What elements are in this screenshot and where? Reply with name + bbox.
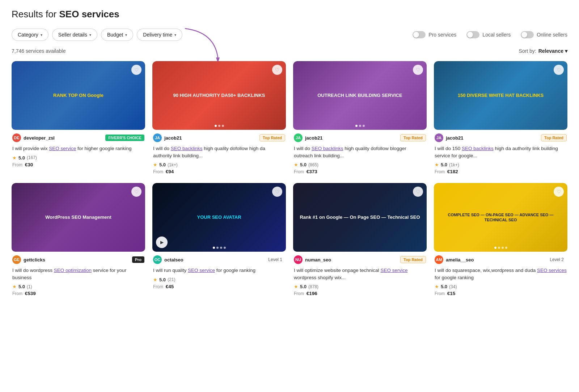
price-row: From €373 [294, 169, 426, 174]
service-link[interactable]: SEO backlinks [171, 146, 203, 151]
favorite-button[interactable]: ♡ [272, 65, 282, 75]
rating-row: ★ 5.0 (34) [435, 284, 567, 289]
rating-count: (1k+) [449, 162, 459, 167]
rating-value: 5.0 [441, 284, 447, 289]
favorite-button[interactable]: ♡ [554, 187, 564, 197]
star-icon: ★ [12, 155, 17, 161]
price-value: €45 [166, 284, 174, 289]
favorite-button[interactable]: ♡ [413, 65, 423, 75]
carousel-dot[interactable] [502, 247, 504, 249]
seller-row: OC octalseo Level 1 [153, 255, 285, 264]
local-sellers-toggle[interactable] [466, 31, 479, 38]
carousel-dot[interactable] [359, 125, 361, 127]
carousel-dot[interactable] [498, 247, 500, 249]
local-sellers-toggle-group: Local sellers [466, 31, 511, 38]
seller-name[interactable]: amelia__seo [446, 257, 474, 263]
carousel-dot[interactable] [355, 125, 358, 127]
service-link[interactable]: SEO services [537, 268, 567, 273]
service-link[interactable]: SEO service [380, 268, 407, 273]
favorite-button[interactable]: ♡ [131, 65, 141, 75]
seller-row: JA jacob21 Top Rated [153, 133, 285, 142]
online-sellers-toggle[interactable] [521, 31, 534, 38]
seller-name[interactable]: developer_zsl [24, 135, 55, 141]
price-label: From [12, 162, 22, 167]
carousel-dot[interactable] [218, 125, 220, 127]
product-card[interactable]: Rank #1 on Google — On Page SEO — Techni… [293, 183, 427, 298]
delivery-time-filter[interactable]: Delivery time ▾ [137, 29, 182, 41]
avatar: JA [435, 133, 443, 142]
rating-row: ★ 5.0 (167) [12, 155, 144, 161]
carousel-dot[interactable] [224, 247, 226, 249]
top-rated-badge: Top Rated [259, 134, 285, 141]
carousel-dot[interactable] [363, 125, 365, 127]
favorite-button[interactable]: ♡ [554, 65, 564, 75]
carousel-dot[interactable] [213, 247, 215, 249]
service-link[interactable]: SEO service [188, 268, 215, 273]
rating-value: 5.0 [159, 162, 166, 167]
product-card[interactable]: COMPLETE SEO — ON-PAGE SEO — ADVANCE SEO… [434, 183, 567, 298]
star-icon: ★ [294, 162, 298, 167]
seller-row: NU numan_seo Top Rated [294, 255, 426, 264]
product-card[interactable]: RANK TOP ON Google ♡ DE developer_zsl FI… [12, 61, 145, 176]
service-link[interactable]: SEO optimization [54, 268, 92, 273]
online-sellers-toggle-group: Online sellers [521, 31, 567, 38]
level-badge: Level 1 [265, 256, 285, 263]
service-link[interactable]: SEO backlinks [462, 146, 494, 151]
product-card[interactable]: 90 HIGH AUTHORITY DA50+ BACKLINKS ♡ JA j… [152, 61, 286, 176]
price-value: €30 [25, 162, 33, 167]
price-value: €196 [307, 291, 317, 296]
favorite-button[interactable]: ♡ [413, 187, 423, 197]
product-card[interactable]: YOUR SEO AVATAR ♡ ▶ OC octalseo Level 1 … [152, 183, 286, 298]
rating-count: (878) [308, 284, 318, 289]
rating-row: ★ 5.0 (1k+) [153, 162, 285, 167]
seller-left: JA jacob21 [435, 133, 463, 142]
carousel-dot[interactable] [216, 247, 219, 249]
seller-name[interactable]: jacob21 [446, 135, 463, 141]
pro-services-toggle[interactable] [413, 31, 426, 38]
category-filter[interactable]: Category ▾ [12, 29, 48, 41]
avatar: JA [153, 133, 162, 142]
carousel-dot[interactable] [220, 247, 222, 249]
seller-name[interactable]: jacob21 [164, 135, 182, 141]
rating-count: (21) [168, 277, 175, 282]
carousel-dot[interactable] [494, 247, 496, 249]
seller-name[interactable]: jacob21 [305, 135, 322, 141]
seller-details-filter[interactable]: Seller details ▾ [52, 29, 97, 41]
card-image: WordPress SEO Management ♡ [12, 183, 145, 252]
carousel-dot[interactable] [222, 125, 224, 127]
budget-filter[interactable]: Budget ▾ [101, 29, 133, 41]
favorite-button[interactable]: ♡ [131, 187, 141, 197]
card-info: NU numan_seo Top Rated I will optimize w… [293, 252, 427, 298]
card-info: DE developer_zsl FIVERR'S CHOICE I will … [12, 130, 145, 169]
card-image: OUTREACH LINK BUILDING SERVICE ♡ [293, 61, 427, 130]
carousel-dot[interactable] [505, 247, 507, 249]
cards-grid: RANK TOP ON Google ♡ DE developer_zsl FI… [12, 61, 567, 298]
seller-name[interactable]: octalseo [164, 257, 183, 263]
chevron-down-icon: ▾ [174, 33, 176, 37]
chevron-down-icon: ▾ [565, 48, 567, 54]
price-value: €182 [447, 169, 458, 174]
product-card[interactable]: 150 DIVERSE WHITE HAT BACKLINKS ♡ JA jac… [434, 61, 567, 176]
rating-row: ★ 5.0 (865) [294, 162, 426, 167]
card-title: I will do wordpress SEO optimization ser… [12, 267, 144, 281]
play-button[interactable]: ▶ [156, 237, 168, 248]
product-card[interactable]: OUTREACH LINK BUILDING SERVICE ♡ JA jaco… [293, 61, 427, 176]
fiverrs-choice-badge: FIVERR'S CHOICE [105, 135, 144, 141]
results-count: 7,746 services available [12, 48, 65, 54]
seller-name[interactable]: gettclicks [24, 257, 45, 263]
rating-value: 5.0 [300, 162, 307, 167]
rating-count: (1k+) [168, 162, 178, 167]
service-link[interactable]: SEO backlinks [312, 146, 343, 151]
product-card[interactable]: WordPress SEO Management ♡ GE gettclicks… [12, 183, 145, 298]
service-link[interactable]: SEO service [49, 146, 76, 151]
seller-name[interactable]: numan_seo [305, 257, 331, 263]
price-label: From [153, 284, 163, 289]
carousel-dot[interactable] [215, 125, 217, 127]
results-bar: 7,746 services available Sort by: Releva… [12, 48, 567, 54]
seller-left: JA jacob21 [153, 133, 182, 142]
card-info: OC octalseo Level 1 I will run quality S… [152, 252, 286, 291]
sort-dropdown[interactable]: Relevance ▾ [538, 48, 567, 54]
favorite-button[interactable]: ♡ [272, 187, 282, 197]
seller-left: GE gettclicks [12, 255, 45, 264]
price-row: From €45 [153, 284, 285, 289]
